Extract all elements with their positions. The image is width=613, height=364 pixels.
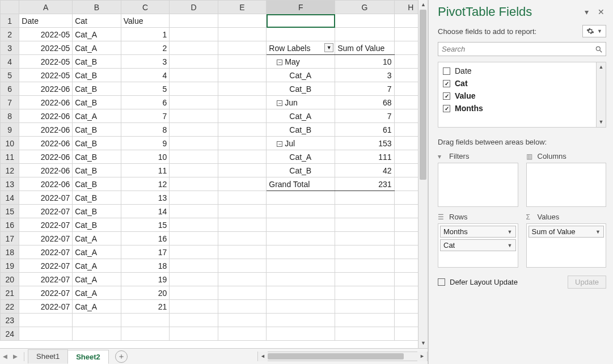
collapse-icon[interactable]: − xyxy=(277,141,282,147)
cell-B24[interactable] xyxy=(73,327,121,341)
cell-G11[interactable]: 111 xyxy=(335,150,394,164)
columns-dropzone[interactable] xyxy=(526,163,607,207)
cell-E21[interactable] xyxy=(218,286,267,300)
field-item-value[interactable]: ✓Value xyxy=(438,90,596,102)
cell-B2[interactable]: Cat_A xyxy=(73,28,121,41)
fieldlist-scrollbar[interactable]: ▲ ▼ xyxy=(596,62,606,127)
cell-G14[interactable] xyxy=(335,191,394,205)
cell-B20[interactable]: Cat_A xyxy=(73,273,121,286)
scroll-track[interactable] xyxy=(418,10,428,338)
col-hdr-D[interactable]: D xyxy=(170,1,218,14)
cell-A7[interactable]: 2022-06 xyxy=(19,96,73,109)
cell-A15[interactable]: 2022-07 xyxy=(19,205,73,218)
scroll-down-arrow[interactable]: ▼ xyxy=(418,338,428,348)
cell-B19[interactable]: Cat_A xyxy=(73,259,121,273)
row-hdr-19[interactable]: 19 xyxy=(1,259,19,273)
pivot-filter-dropdown[interactable]: ▼ xyxy=(324,43,333,52)
cell-D10[interactable] xyxy=(170,137,218,150)
hscroll-thumb[interactable] xyxy=(268,353,404,359)
cell-G1[interactable] xyxy=(335,14,394,28)
cell-A16[interactable]: 2022-07 xyxy=(19,218,73,232)
fieldlist-scroll-down[interactable]: ▼ xyxy=(597,117,606,127)
field-checkbox[interactable]: ✓ xyxy=(443,105,450,112)
cell-C20[interactable]: 19 xyxy=(121,273,170,286)
search-input[interactable] xyxy=(438,43,592,56)
cell-G19[interactable] xyxy=(335,259,394,273)
cell-D5[interactable] xyxy=(170,69,218,82)
cell-B6[interactable]: Cat_B xyxy=(73,82,121,96)
field-item-months[interactable]: ✓Months xyxy=(438,102,596,115)
cell-B7[interactable]: Cat_B xyxy=(73,96,121,109)
cell-F17[interactable] xyxy=(267,232,335,246)
col-hdr-E[interactable]: E xyxy=(218,1,267,14)
cell-G7[interactable]: 68 xyxy=(335,96,394,109)
cell-D21[interactable] xyxy=(170,286,218,300)
cell-F20[interactable] xyxy=(267,273,335,286)
row-hdr-1[interactable]: 1 xyxy=(1,14,19,28)
cell-E12[interactable] xyxy=(218,164,267,177)
cell-E10[interactable] xyxy=(218,137,267,150)
cell-F18[interactable] xyxy=(267,246,335,259)
scroll-right-arrow[interactable]: ► xyxy=(417,352,427,361)
cell-D13[interactable] xyxy=(170,177,218,191)
cell-F15[interactable] xyxy=(267,205,335,218)
close-icon[interactable]: ✕ xyxy=(596,7,606,17)
scroll-up-arrow[interactable]: ▲ xyxy=(418,0,428,10)
cell-C12[interactable]: 11 xyxy=(121,164,170,177)
cell-F6[interactable]: Cat_B xyxy=(267,82,335,96)
field-item-date[interactable]: Date xyxy=(438,65,596,77)
horizontal-scrollbar[interactable]: ◄ ► xyxy=(257,352,428,361)
cell-G3[interactable]: Sum of Value xyxy=(335,41,394,55)
field-chip-sum-of-value[interactable]: Sum of Value▼ xyxy=(529,226,604,238)
cell-G2[interactable] xyxy=(335,28,394,41)
cell-B17[interactable]: Cat_A xyxy=(73,232,121,246)
cell-D19[interactable] xyxy=(170,259,218,273)
cell-B15[interactable]: Cat_B xyxy=(73,205,121,218)
cell-F11[interactable]: Cat_A xyxy=(267,150,335,164)
row-hdr-5[interactable]: 5 xyxy=(1,69,19,82)
pane-options-icon[interactable]: ▾ xyxy=(581,7,591,17)
cell-B9[interactable]: Cat_B xyxy=(73,123,121,137)
cell-A12[interactable]: 2022-06 xyxy=(19,164,73,177)
add-sheet-button[interactable]: ＋ xyxy=(115,350,128,363)
field-checkbox[interactable] xyxy=(443,67,450,75)
cell-A6[interactable]: 2022-06 xyxy=(19,82,73,96)
row-hdr-4[interactable]: 4 xyxy=(1,55,19,69)
col-hdr-A[interactable]: A xyxy=(19,1,73,14)
cell-D11[interactable] xyxy=(170,150,218,164)
cell-E2[interactable] xyxy=(218,28,267,41)
cell-D6[interactable] xyxy=(170,82,218,96)
cell-C7[interactable]: 6 xyxy=(121,96,170,109)
cell-C2[interactable]: 1 xyxy=(121,28,170,41)
cell-B18[interactable]: Cat_A xyxy=(73,246,121,259)
row-hdr-21[interactable]: 21 xyxy=(1,286,19,300)
cell-C15[interactable]: 14 xyxy=(121,205,170,218)
cell-A23[interactable] xyxy=(19,314,73,327)
cell-F14[interactable] xyxy=(267,191,335,205)
cell-G13[interactable]: 231 xyxy=(335,177,394,191)
cell-D4[interactable] xyxy=(170,55,218,69)
cell-A10[interactable]: 2022-06 xyxy=(19,137,73,150)
collapse-icon[interactable]: − xyxy=(277,60,282,65)
scroll-left-arrow[interactable]: ◄ xyxy=(258,352,268,361)
cell-F1[interactable] xyxy=(267,14,335,28)
cell-A2[interactable]: 2022-05 xyxy=(19,28,73,41)
row-hdr-22[interactable]: 22 xyxy=(1,300,19,314)
col-hdr-G[interactable]: G xyxy=(335,1,394,14)
collapse-icon[interactable]: − xyxy=(277,100,282,106)
cell-E8[interactable] xyxy=(218,109,267,123)
cell-F21[interactable] xyxy=(267,286,335,300)
cell-G9[interactable]: 61 xyxy=(335,123,394,137)
cell-F2[interactable] xyxy=(267,28,335,41)
cell-C13[interactable]: 12 xyxy=(121,177,170,191)
row-hdr-15[interactable]: 15 xyxy=(1,205,19,218)
cell-D23[interactable] xyxy=(170,314,218,327)
cell-E16[interactable] xyxy=(218,218,267,232)
row-hdr-10[interactable]: 10 xyxy=(1,137,19,150)
cell-C21[interactable]: 20 xyxy=(121,286,170,300)
cell-F5[interactable]: Cat_A xyxy=(267,69,335,82)
cell-E5[interactable] xyxy=(218,69,267,82)
cell-G8[interactable]: 7 xyxy=(335,109,394,123)
cell-B12[interactable]: Cat_B xyxy=(73,164,121,177)
field-chip-months[interactable]: Months▼ xyxy=(440,226,516,238)
